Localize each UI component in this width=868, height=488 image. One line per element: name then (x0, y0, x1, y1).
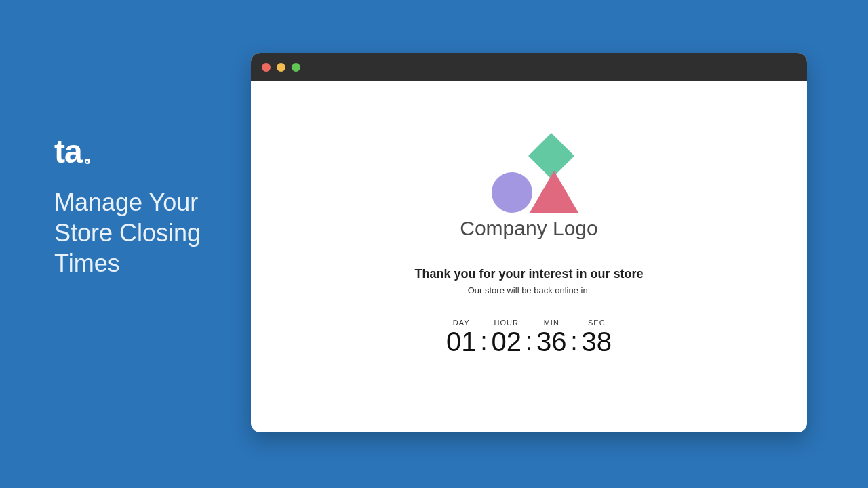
countdown-day-label: DAY (453, 319, 470, 327)
brand-dot-icon (85, 159, 90, 164)
window-close-icon[interactable] (262, 63, 271, 72)
countdown-sec-value: 38 (582, 328, 612, 355)
countdown-timer: DAY 01 : HOUR 02 : MIN 36 : SEC 38 (446, 319, 612, 355)
company-logo: Company Logo (460, 138, 597, 240)
countdown-day-value: 01 (446, 328, 477, 355)
countdown-sec-label: SEC (588, 319, 606, 327)
page-content: Company Logo Thank you for your interest… (251, 81, 807, 432)
subline-text: Our store will be back online in: (468, 285, 591, 296)
countdown-day: DAY 01 (446, 319, 477, 355)
countdown-min-label: MIN (544, 319, 559, 327)
countdown-hour: HOUR 02 (491, 319, 521, 355)
countdown-separator: : (571, 329, 578, 355)
brand-mark: ta (54, 136, 231, 168)
tagline-text: Manage Your Store Closing Times (54, 187, 231, 279)
countdown-hour-label: HOUR (494, 319, 519, 327)
countdown-min: MIN 36 (536, 319, 567, 355)
window-minimize-icon[interactable] (277, 63, 285, 72)
browser-window: Company Logo Thank you for your interest… (251, 53, 807, 432)
countdown-hour-value: 02 (491, 328, 521, 355)
countdown-separator: : (526, 329, 532, 355)
headline-text: Thank you for your interest in our store (414, 267, 643, 281)
countdown-sec: SEC 38 (582, 319, 612, 355)
brand-text: ta (54, 136, 82, 168)
window-zoom-icon[interactable] (292, 63, 300, 72)
countdown-min-value: 36 (536, 328, 567, 355)
logo-triangle-icon (530, 171, 578, 213)
countdown-separator: : (480, 329, 487, 355)
logo-shapes-icon (465, 138, 593, 213)
logo-circle-icon (492, 172, 532, 213)
window-titlebar (251, 53, 807, 81)
logo-text: Company Logo (460, 217, 597, 240)
marketing-panel: ta Manage Your Store Closing Times (54, 136, 231, 279)
